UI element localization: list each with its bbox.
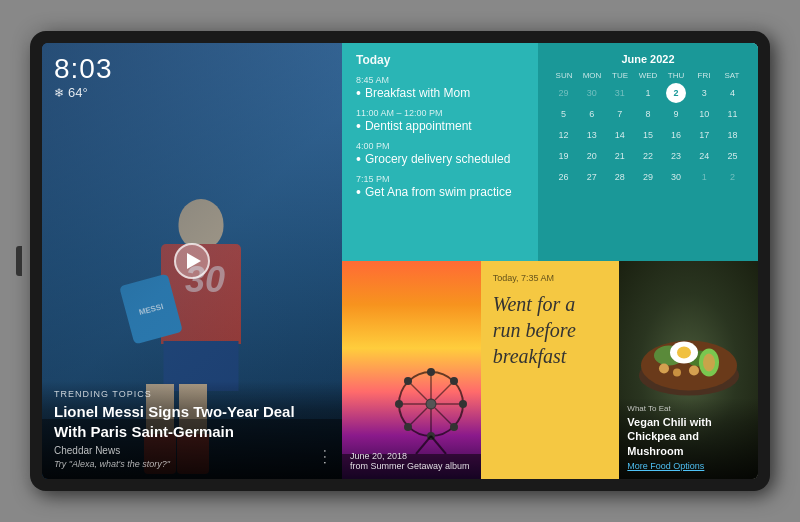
calendar-cell[interactable]: 19	[554, 146, 574, 166]
agenda-event-4: • Get Ana from swim practice	[356, 185, 524, 199]
calendar-cell[interactable]: 30	[666, 167, 686, 187]
calendar-cell[interactable]: 15	[638, 125, 658, 145]
alexa-prompt: Try "Alexa, what's the story?"	[54, 459, 330, 469]
agenda-time-4: 7:15 PM	[356, 174, 524, 184]
day-tue: TUE	[606, 71, 634, 80]
news-overlay: Trending Topics Lionel Messi Signs Two-Y…	[42, 381, 342, 479]
weather-info: ❄ 64°	[54, 85, 113, 100]
news-panel: 30 MESSI	[42, 43, 342, 479]
calendar-cell[interactable]: 29	[554, 83, 574, 103]
weather-overlay: 8:03 ❄ 64°	[54, 53, 113, 100]
svg-point-25	[673, 369, 681, 377]
note-panel[interactable]: Today, 7:35 AM Went for a run before bre…	[481, 261, 620, 479]
calendar-cell[interactable]: 18	[722, 125, 742, 145]
agenda-event-2: • Dentist appointment	[356, 119, 524, 133]
bottom-right: Favorite Photos	[342, 261, 758, 479]
day-sat: SAT	[718, 71, 746, 80]
trending-label: Trending Topics	[54, 389, 330, 399]
calendar-cell[interactable]: 22	[638, 146, 658, 166]
calendar-cell[interactable]: 24	[694, 146, 714, 166]
screen: 30 MESSI	[42, 43, 758, 479]
calendar-cell[interactable]: 28	[610, 167, 630, 187]
food-more-options[interactable]: More Food Options	[627, 461, 750, 471]
note-time: Today, 7:35 AM	[493, 273, 608, 283]
news-source: Cheddar News	[54, 445, 330, 456]
day-wed: WED	[634, 71, 662, 80]
calendar-cell[interactable]: 26	[554, 167, 574, 187]
calendar-cell[interactable]: 16	[666, 125, 686, 145]
svg-point-21	[677, 347, 691, 359]
right-panel: Today 8:45 AM • Breakfast with Mom 11:00…	[342, 43, 758, 479]
food-title: Vegan Chili with Chickpea and Mushroom	[627, 415, 750, 458]
svg-point-9	[404, 377, 412, 385]
calendar-cell[interactable]: 27	[582, 167, 602, 187]
calendar-cell[interactable]: 21	[610, 146, 630, 166]
calendar-day-headers: SUN MON TUE WED THU FRI SAT	[550, 71, 746, 80]
calendar-cell[interactable]: 30	[582, 83, 602, 103]
agenda-item-2: 11:00 AM – 12:00 PM • Dentist appointmen…	[356, 108, 524, 133]
calendar-cell[interactable]: 20	[582, 146, 602, 166]
svg-point-11	[404, 423, 412, 431]
calendar-cell[interactable]: 13	[582, 125, 602, 145]
agenda-panel: Today 8:45 AM • Breakfast with Mom 11:00…	[342, 43, 538, 261]
svg-point-5	[427, 368, 435, 376]
bullet-3: •	[356, 152, 361, 166]
calendar-cell[interactable]: 31	[610, 83, 630, 103]
more-options[interactable]: ···	[318, 449, 334, 467]
agenda-event-3: • Grocery delivery scheduled	[356, 152, 524, 166]
device-frame: 30 MESSI	[30, 31, 770, 491]
calendar-cell[interactable]: 14	[610, 125, 630, 145]
agenda-item-4: 7:15 PM • Get Ana from swim practice	[356, 174, 524, 199]
calendar-cell[interactable]: 3	[694, 83, 714, 103]
play-button[interactable]	[174, 243, 210, 279]
agenda-event-1: • Breakfast with Mom	[356, 86, 524, 100]
calendar-cell[interactable]: 1	[638, 83, 658, 103]
play-icon	[187, 253, 201, 269]
calendar-grid: 2930311234567891011121314151617181920212…	[550, 83, 746, 187]
svg-point-26	[689, 366, 699, 376]
calendar-cell[interactable]: 29	[638, 167, 658, 187]
device-button[interactable]	[16, 246, 22, 276]
calendar-cell[interactable]: 25	[722, 146, 742, 166]
agenda-item-3: 4:00 PM • Grocery delivery scheduled	[356, 141, 524, 166]
svg-point-10	[450, 377, 458, 385]
calendar-cell[interactable]: 12	[554, 125, 574, 145]
calendar-cell[interactable]: 7	[610, 104, 630, 124]
svg-point-7	[395, 400, 403, 408]
bullet-2: •	[356, 119, 361, 133]
agenda-title: Today	[356, 53, 524, 67]
day-sun: SUN	[550, 71, 578, 80]
food-overlay: What To Eat Vegan Chili with Chickpea an…	[619, 398, 758, 479]
calendar-cell[interactable]: 1	[694, 167, 714, 187]
time-display: 8:03	[54, 53, 113, 85]
calendar-cell[interactable]: 23	[666, 146, 686, 166]
calendar-cell[interactable]: 11	[722, 104, 742, 124]
calendar-cell[interactable]: 8	[638, 104, 658, 124]
calendar-cell[interactable]: 6	[582, 104, 602, 124]
food-label: What To Eat	[627, 404, 750, 413]
news-headline: Lionel Messi Signs Two-Year Deal With Pa…	[54, 402, 330, 441]
calendar-cell[interactable]: 17	[694, 125, 714, 145]
calendar-cell[interactable]: 2	[722, 167, 742, 187]
day-thu: THU	[662, 71, 690, 80]
weather-icon: ❄	[54, 86, 64, 100]
calendar-cell[interactable]: 2	[666, 83, 686, 103]
temperature: 64°	[68, 85, 88, 100]
svg-point-12	[450, 423, 458, 431]
photo-album: from Summer Getaway album	[350, 461, 470, 471]
bullet-1: •	[356, 86, 361, 100]
day-mon: MON	[578, 71, 606, 80]
calendar-cell[interactable]: 5	[554, 104, 574, 124]
day-fri: FRI	[690, 71, 718, 80]
calendar-cell[interactable]: 4	[722, 83, 742, 103]
calendar-cell[interactable]: 9	[666, 104, 686, 124]
svg-point-8	[459, 400, 467, 408]
agenda-item-1: 8:45 AM • Breakfast with Mom	[356, 75, 524, 100]
agenda-time-3: 4:00 PM	[356, 141, 524, 151]
bullet-4: •	[356, 185, 361, 199]
svg-point-24	[659, 364, 669, 374]
food-panel[interactable]: What To Eat Vegan Chili with Chickpea an…	[619, 261, 758, 479]
photos-panel[interactable]: Favorite Photos	[342, 261, 481, 479]
svg-point-13	[426, 399, 436, 409]
calendar-cell[interactable]: 10	[694, 104, 714, 124]
